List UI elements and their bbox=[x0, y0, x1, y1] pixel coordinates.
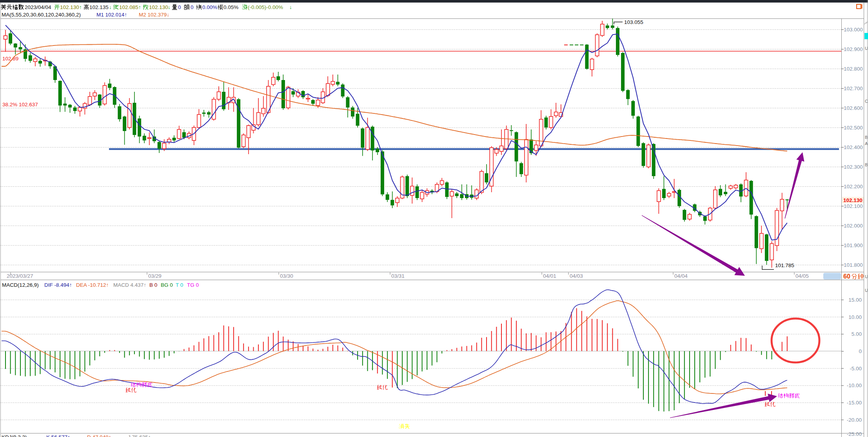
svg-text:10.00: 10.00 bbox=[848, 314, 862, 320]
svg-text:K 56.577↑: K 56.577↑ bbox=[46, 434, 70, 437]
svg-text:04/01: 04/01 bbox=[543, 273, 556, 279]
svg-text:102.900: 102.900 bbox=[844, 46, 863, 52]
svg-text:102.700: 102.700 bbox=[844, 86, 863, 91]
svg-text:102.400: 102.400 bbox=[844, 144, 863, 150]
svg-text:04/04: 04/04 bbox=[674, 273, 688, 279]
svg-text:103.055: 103.055 bbox=[624, 19, 643, 25]
svg-text:M1 102.014↑: M1 102.014↑ bbox=[96, 12, 127, 18]
svg-text:TG 0: TG 0 bbox=[187, 282, 199, 288]
svg-text:U: U bbox=[865, 288, 868, 293]
svg-text:-5.00: -5.00 bbox=[850, 366, 862, 371]
svg-text:2023/04/04: 2023/04/04 bbox=[25, 4, 51, 10]
svg-text:15.00: 15.00 bbox=[848, 297, 862, 303]
svg-text:101.900: 101.900 bbox=[844, 242, 863, 248]
svg-text:A: A bbox=[865, 141, 868, 146]
svg-text:102.000: 102.000 bbox=[844, 223, 863, 229]
svg-text:U: U bbox=[865, 46, 868, 51]
svg-text:0: 0 bbox=[191, 4, 194, 10]
svg-text:↑: ↑ bbox=[138, 4, 141, 10]
svg-text:0: 0 bbox=[178, 4, 181, 10]
svg-text:U: U bbox=[865, 274, 868, 279]
svg-text:03/30: 03/30 bbox=[280, 273, 293, 279]
svg-text:B: B bbox=[865, 135, 868, 140]
svg-text:(-0.005)-0.00%: (-0.005)-0.00% bbox=[248, 4, 283, 10]
svg-text:04/03: 04/03 bbox=[570, 273, 583, 279]
svg-text:0: 0 bbox=[859, 348, 862, 354]
svg-text:MACD(12,26,9): MACD(12,26,9) bbox=[2, 282, 39, 288]
svg-text:B 0: B 0 bbox=[149, 282, 157, 288]
svg-text:0.05%: 0.05% bbox=[223, 4, 238, 10]
svg-text:-25.00: -25.00 bbox=[847, 431, 862, 437]
svg-text:B: B bbox=[865, 162, 868, 167]
svg-text:↓: ↓ bbox=[109, 4, 112, 10]
svg-text:↓: ↓ bbox=[168, 4, 171, 10]
svg-text:MA(5,55,20,30,60,120,240,360,2: MA(5,55,20,30,60,120,240,360,2) bbox=[2, 12, 81, 18]
svg-text:↑: ↑ bbox=[79, 4, 82, 10]
svg-text:102.130: 102.130 bbox=[149, 4, 168, 10]
svg-text:0.00%: 0.00% bbox=[202, 4, 217, 10]
svg-text:102.130: 102.130 bbox=[60, 4, 79, 10]
svg-text:60: 60 bbox=[843, 273, 850, 280]
svg-text:102.800: 102.800 bbox=[844, 66, 863, 72]
svg-text:102.500: 102.500 bbox=[844, 125, 863, 131]
svg-text:J 75.635↑: J 75.635↑ bbox=[128, 434, 151, 437]
svg-text:102.600: 102.600 bbox=[844, 105, 863, 111]
svg-text:101.785: 101.785 bbox=[775, 262, 794, 268]
svg-text:102.085: 102.085 bbox=[119, 4, 138, 10]
svg-text:03/29: 03/29 bbox=[148, 273, 162, 279]
svg-text:03/31: 03/31 bbox=[391, 273, 405, 279]
svg-text:5.00: 5.00 bbox=[852, 331, 862, 337]
svg-text:DEA -10.712↑: DEA -10.712↑ bbox=[76, 282, 109, 288]
svg-text:↓: ↓ bbox=[289, 4, 292, 10]
svg-text:-10.00: -10.00 bbox=[847, 382, 862, 388]
svg-text:KDJ(9,3,3): KDJ(9,3,3) bbox=[2, 434, 27, 437]
svg-text:103.000: 103.000 bbox=[844, 27, 863, 33]
svg-text:T 0: T 0 bbox=[176, 282, 183, 288]
svg-text:D 47.048↑: D 47.048↑ bbox=[87, 434, 111, 437]
svg-text:101.800: 101.800 bbox=[844, 262, 863, 268]
svg-text:MACD 4.437↑: MACD 4.437↑ bbox=[113, 282, 146, 288]
svg-text:-20.00: -20.00 bbox=[847, 417, 862, 423]
svg-text:102.135: 102.135 bbox=[89, 4, 109, 10]
svg-text:102.200: 102.200 bbox=[844, 184, 863, 189]
svg-text:102.130: 102.130 bbox=[843, 197, 863, 203]
svg-text:38.2% 102.637: 38.2% 102.637 bbox=[2, 102, 38, 107]
svg-text:102.300: 102.300 bbox=[844, 164, 863, 170]
svg-text:102.89: 102.89 bbox=[2, 56, 18, 62]
svg-text:04/05: 04/05 bbox=[795, 273, 809, 279]
svg-text:102.100: 102.100 bbox=[844, 203, 863, 209]
svg-text:DIF -8.494↑: DIF -8.494↑ bbox=[44, 282, 72, 288]
svg-text:BG 0: BG 0 bbox=[161, 282, 173, 288]
svg-text:-15.00: -15.00 bbox=[847, 400, 862, 406]
svg-text:M2 102.379↓: M2 102.379↓ bbox=[139, 12, 169, 18]
svg-text:C: C bbox=[865, 99, 868, 104]
